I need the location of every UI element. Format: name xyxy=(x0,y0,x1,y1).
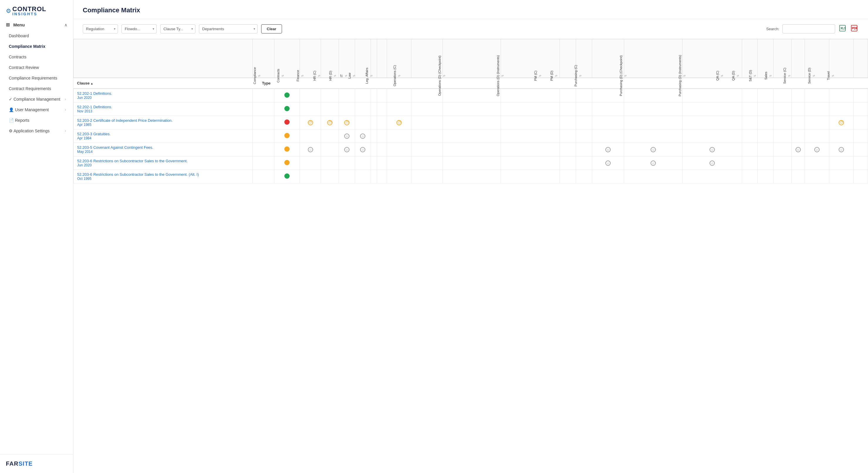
clause-col-header[interactable]: Clause xyxy=(74,78,253,89)
matrix-cell xyxy=(274,102,300,116)
logo: ⚙ CONTROL INSIGHTS xyxy=(0,0,73,19)
sidebar-section-compliance-management[interactable]: ✓ Compliance Management › xyxy=(0,94,73,104)
clause-date: Oct 1995 xyxy=(77,177,92,181)
matrix-cell: ☺ xyxy=(683,156,742,170)
status-green-dot xyxy=(284,92,290,98)
matrix-cell xyxy=(758,102,774,116)
matrix-cell xyxy=(300,129,321,143)
matrix-cell xyxy=(300,156,321,170)
clause-link[interactable]: 52.203-6 Restrictions on Subcontractor S… xyxy=(77,172,249,177)
clause-link[interactable]: 52.203-2 Certificate of Independent Pric… xyxy=(77,118,249,123)
table-row: 52.203-3 Gratuities. Apr 1984 ☺☺ xyxy=(74,129,868,143)
export-pdf-button[interactable]: PDF xyxy=(850,24,859,33)
matrix-cell xyxy=(371,170,377,183)
matrix-cell xyxy=(576,116,592,129)
matrix-cell: ☺ xyxy=(339,129,355,143)
menu-toggle[interactable]: ⊞ Menu ∧ xyxy=(0,19,73,31)
flowdown-select[interactable]: Flowdo... xyxy=(122,24,157,33)
matrix-cell xyxy=(829,102,853,116)
matrix-cell: ⏱ xyxy=(300,116,321,129)
matrix-cell xyxy=(758,156,774,170)
matrix-cell xyxy=(592,116,624,129)
matrix-cell xyxy=(805,156,829,170)
matrix-cell xyxy=(443,156,501,170)
matrix-cell xyxy=(387,102,411,116)
matrix-cell xyxy=(321,170,339,183)
page-header: Compliance Matrix xyxy=(73,0,868,19)
type-cell xyxy=(252,156,274,170)
sidebar-section-user-management[interactable]: 👤 User Management › xyxy=(0,104,73,115)
user-mgmt-icon: 👤 xyxy=(9,107,15,112)
user-mgmt-chevron-icon: › xyxy=(65,108,66,112)
user-mgmt-label: User Management xyxy=(15,107,49,112)
status-clock-icon: ⏱ xyxy=(344,120,349,125)
sidebar-item-contract-review[interactable]: Contract Review xyxy=(0,62,73,73)
departments-select[interactable]: Departments xyxy=(199,24,258,33)
matrix-cell xyxy=(683,129,742,143)
matrix-cell xyxy=(501,170,560,183)
status-face-icon: ☺ xyxy=(814,147,819,152)
search-input[interactable] xyxy=(782,24,835,33)
matrix-cell xyxy=(371,156,377,170)
sidebar-item-contract-requirements[interactable]: Contract Requirements xyxy=(0,83,73,94)
compliance-mgmt-label: Compliance Management xyxy=(13,97,60,101)
matrix-cell xyxy=(560,89,576,102)
sidebar-item-compliance-requirements[interactable]: Compliance Requirements xyxy=(0,73,73,83)
matrix-cell xyxy=(742,143,758,156)
export-xlsx-button[interactable]: XLS xyxy=(838,24,847,33)
matrix-cell xyxy=(560,156,576,170)
type-cell xyxy=(252,102,274,116)
matrix-cell xyxy=(411,143,443,156)
menu-chevron-icon: ∧ xyxy=(64,23,67,27)
matrix-cell xyxy=(321,102,339,116)
clause-link[interactable]: 52.203-6 Restrictions on Subcontractor S… xyxy=(77,159,249,163)
status-face-icon: ☺ xyxy=(344,147,349,152)
sidebar: ⚙ CONTROL INSIGHTS ⊞ Menu ∧ Dashboard Co… xyxy=(0,0,73,473)
matrix-cell xyxy=(742,116,758,129)
clause-link[interactable]: 52.202-1 Definitions. xyxy=(77,91,249,96)
matrix-cell xyxy=(742,129,758,143)
matrix-cell: ⏱ xyxy=(387,116,411,129)
matrix-cell: ⏱ xyxy=(829,116,853,129)
matrix-cell xyxy=(624,102,682,116)
clause-link[interactable]: 52.203-5 Covenant Against Contingent Fee… xyxy=(77,145,249,150)
clause-type-select[interactable]: Clause Ty... xyxy=(160,24,195,33)
matrix-cell xyxy=(377,156,387,170)
clause-cell: 52.202-1 Definitions. Jun 2020 xyxy=(74,89,253,102)
regulation-select[interactable]: Regulation xyxy=(83,24,118,33)
clause-link[interactable]: 52.202-1 Definitions. xyxy=(77,105,249,109)
status-clock-icon: ⏱ xyxy=(327,120,333,125)
matrix-cell xyxy=(805,129,829,143)
matrix-cell xyxy=(377,170,387,183)
table-row: 52.203-5 Covenant Against Contingent Fee… xyxy=(74,143,868,156)
sidebar-item-contracts[interactable]: Contracts xyxy=(0,52,73,62)
matrix-cell xyxy=(560,116,576,129)
matrix-cell xyxy=(624,129,682,143)
clause-cell: 52.203-2 Certificate of Independent Pric… xyxy=(74,116,253,129)
status-face-icon: ☺ xyxy=(360,147,365,152)
sidebar-section-application-settings[interactable]: ⚙ Application Settings › xyxy=(0,126,73,136)
sidebar-section-reports[interactable]: 📄 Reports xyxy=(0,115,73,126)
matrix-cell xyxy=(758,143,774,156)
compliance-mgmt-chevron-icon: › xyxy=(65,97,66,101)
svg-text:PDF: PDF xyxy=(852,27,858,30)
matrix-cell xyxy=(443,129,501,143)
sidebar-item-compliance-matrix[interactable]: Compliance Matrix xyxy=(0,41,73,52)
matrix-cell xyxy=(576,156,592,170)
matrix-cell xyxy=(742,156,758,170)
clause-link[interactable]: 52.203-3 Gratuities. xyxy=(77,132,249,136)
matrix-cell xyxy=(387,170,411,183)
matrix-cell xyxy=(339,156,355,170)
table-row: 52.203-6 Restrictions on Subcontractor S… xyxy=(74,156,868,170)
matrix-cell xyxy=(854,170,868,183)
clear-button[interactable]: Clear xyxy=(261,24,282,33)
compliance-mgmt-icon: ✓ xyxy=(9,97,13,101)
nav-items: Dashboard Compliance Matrix Contracts Co… xyxy=(0,31,73,139)
matrix-cell xyxy=(742,102,758,116)
matrix-cell xyxy=(274,129,300,143)
status-face-icon: ☺ xyxy=(344,133,349,139)
matrix-cell xyxy=(829,170,853,183)
sidebar-item-dashboard[interactable]: Dashboard xyxy=(0,31,73,41)
status-face-icon: ☺ xyxy=(796,147,801,152)
clause-header xyxy=(74,39,253,78)
